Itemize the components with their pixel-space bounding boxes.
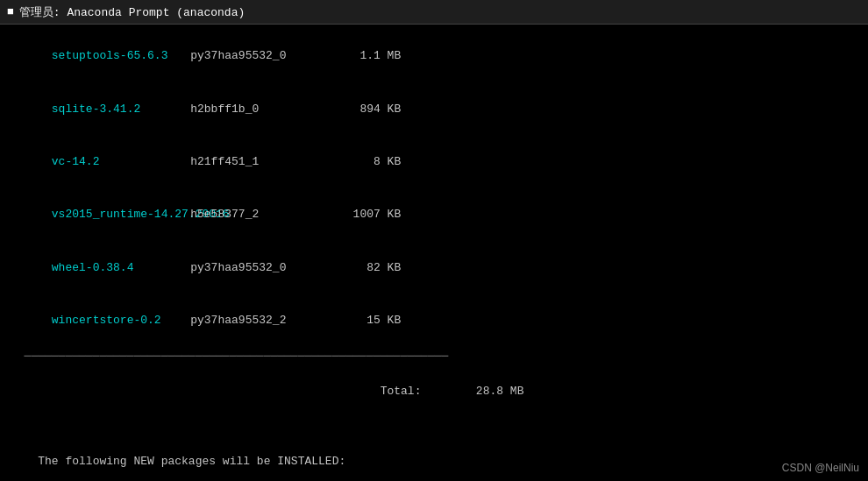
pkg-row-vs2015: vs2015_runtime-14.27.29016h5e58377_2 100… — [11, 188, 857, 241]
pkg-row-wheel: wheel-0.38.4py37haa95532_0 82 KB — [11, 242, 857, 294]
pkg-row-setuptools: setuptools-65.6.3py37haa95532_0 1.1 MB — [11, 30, 857, 82]
terminal: setuptools-65.6.3py37haa95532_0 1.1 MB s… — [0, 25, 868, 481]
divider: ────────────────────────────────────────… — [11, 348, 857, 365]
title-bar-text: 管理员: Anaconda Prompt (anaconda) — [19, 4, 245, 20]
title-bar-icon: ■ — [7, 5, 14, 18]
watermark: CSDN @NeilNiu — [782, 462, 859, 474]
pkg-row-sqlite: sqlite-3.41.2h2bbff1b_0 894 KB — [11, 82, 857, 135]
total-line: Total: 28.8 MB — [11, 365, 857, 418]
blank1 — [11, 418, 857, 435]
pkg-row-wincertstore: wincertstore-0.2py37haa95532_2 15 KB — [11, 294, 857, 347]
title-bar: ■ 管理员: Anaconda Prompt (anaconda) — [0, 0, 868, 25]
new-packages-header: The following NEW packages will be INSTA… — [11, 435, 857, 481]
pkg-row-vc: vc-14.2h21ff451_1 8 KB — [11, 136, 857, 188]
